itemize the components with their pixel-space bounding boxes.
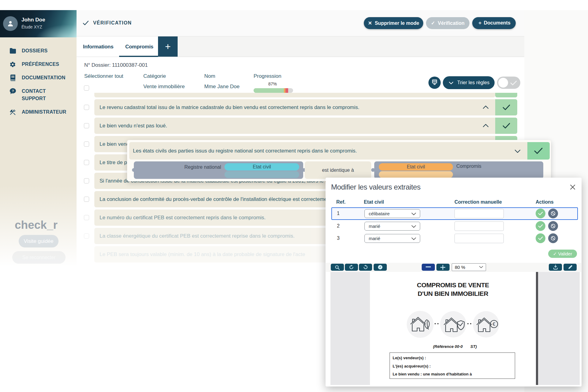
svg-text:€: € <box>493 322 496 327</box>
svg-text:?: ? <box>12 89 14 93</box>
